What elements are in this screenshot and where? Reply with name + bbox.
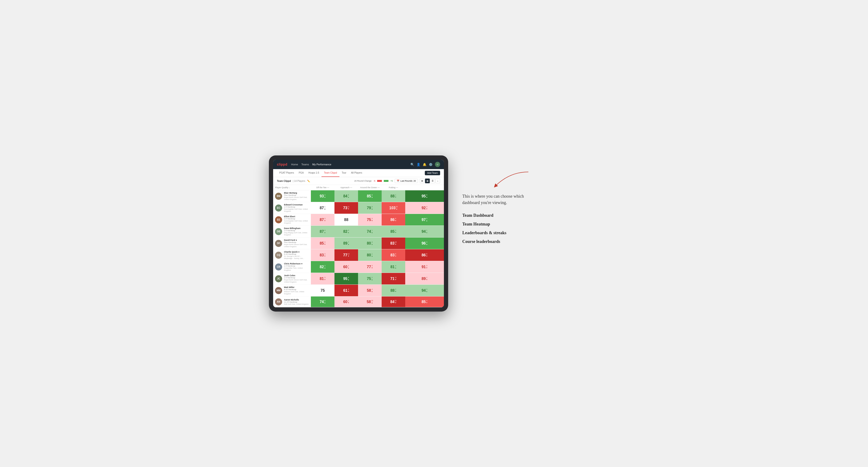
putting-value: 94: [422, 289, 426, 292]
off-tee-change: 8▲: [348, 277, 349, 281]
off-tee-cell-3: 824▲: [335, 226, 358, 238]
around-green-value: 83: [390, 242, 395, 245]
off-tee-value: 88: [344, 218, 348, 222]
putting-value: 96: [422, 242, 426, 245]
player-avatar: BM: [275, 193, 282, 200]
putting-change: 2▼: [426, 277, 428, 281]
quality-cell-5: 833▼: [311, 249, 335, 261]
player-handicap: 6-10 Handicap: [284, 253, 309, 255]
putting-change: 3▲: [426, 241, 428, 245]
off-tee-cell-2: 88: [335, 214, 358, 226]
player-avatar: EC: [275, 205, 282, 212]
around-green-change: 15▲: [396, 206, 398, 210]
table-row[interactable]: DFDavid Ford ●Plus HandicapRoyal North D…: [273, 238, 444, 249]
table-row[interactable]: ANAaron Nicholls11-15 HandicapDrift Golf…: [273, 297, 444, 307]
table-row[interactable]: BMBlair McHargPlus HandicapRoyal North D…: [273, 190, 444, 202]
bell-icon[interactable]: 🔔: [423, 163, 427, 166]
putting-header[interactable]: Putting —: [382, 185, 405, 190]
table-row[interactable]: CRChris Robertson ●1-5 HandicapCraigmill…: [273, 261, 444, 273]
approach-change: 8▲: [371, 194, 373, 198]
nav-link-my-performance[interactable]: My Performance: [312, 163, 331, 166]
putting-change: 3▲: [426, 288, 428, 292]
off-tee-cell-0: 846▲: [335, 190, 358, 202]
approach-change: 3▼: [371, 265, 373, 269]
quality-cell-3: 874▲: [311, 226, 335, 238]
round-change-section: 20 Round Change -5 +5 📅 Last Rounds: 20 …: [354, 179, 440, 183]
quality-cell-1: 871▲: [311, 202, 335, 214]
download-button[interactable]: ↓: [435, 179, 440, 183]
around-green-cell-8: 882▼: [382, 285, 405, 297]
subnav-tour[interactable]: Tour: [339, 169, 349, 177]
subnav-pgat[interactable]: PGAT Players: [277, 169, 296, 177]
table-row[interactable]: MMMatt Miller6-10 HandicapWoburn Golf Cl…: [273, 285, 444, 297]
grid-view-button[interactable]: ⊞: [420, 179, 425, 183]
approach-header[interactable]: Approach —: [335, 185, 358, 190]
quality-change: 3▼: [324, 277, 326, 281]
off-tee-value: 60: [343, 265, 347, 269]
settings-icon[interactable]: ⚙️: [429, 163, 433, 166]
player-club: Woburn Golf Club, United Kingdom: [284, 290, 309, 295]
profile-icon[interactable]: 👤: [416, 163, 420, 166]
player-name: David Ford ●: [284, 239, 309, 241]
off-tee-change: 1▼: [348, 300, 349, 304]
player-handicap: 1-5 Handicap: [284, 265, 309, 267]
last-rounds-button[interactable]: 📅 Last Rounds: 20: [395, 179, 418, 183]
heatmap-view-button[interactable]: ▦: [425, 179, 430, 183]
player-info-cell-6: CRChris Robertson ●1-5 HandicapCraigmill…: [273, 261, 311, 273]
off-tee-header[interactable]: Off the Tee —: [311, 185, 335, 190]
approach-value: 74: [367, 230, 371, 234]
putting-value: 91: [422, 265, 426, 269]
off-tee-change: 7▲: [348, 241, 349, 245]
edit-icon[interactable]: ✏️: [307, 180, 310, 182]
subnav-all-players[interactable]: All Players: [349, 169, 365, 177]
off-tee-cell-8: 613▼: [335, 285, 358, 297]
around-green-value: 86: [390, 218, 395, 222]
player-info-cell-5: CQCharlie Quick ●6-10 HandicapSt. George…: [273, 249, 311, 261]
quality-change: 3▼: [324, 253, 326, 257]
off-tee-cell-6: 602▲: [335, 261, 358, 273]
quality-value: 93: [319, 194, 324, 198]
table-row[interactable]: DBDave Billingham1-5 HandicapGog Magog G…: [273, 226, 444, 238]
table-container: Player Quality ↓ Off the Tee — Approach …: [273, 185, 444, 307]
off-tee-change: 2▲: [348, 265, 349, 269]
subnav-pga[interactable]: PGA: [296, 169, 306, 177]
annotation-item-leaderboards: Leaderboards & streaks: [462, 230, 528, 236]
search-icon[interactable]: 🔍: [410, 163, 414, 166]
quality-value: 75: [320, 289, 325, 292]
approach-cell-7: 752▲: [358, 273, 382, 285]
player-club: Drift Golf Club, United Kingdom: [284, 303, 309, 305]
off-tee-cell-9: 601▼: [335, 297, 358, 307]
subnav-hcaps[interactable]: Hcaps 1-5: [306, 169, 322, 177]
player-handicap: 1-5 Handicap: [284, 229, 309, 231]
nav-link-teams[interactable]: Teams: [302, 163, 309, 166]
approach-value: 77: [367, 265, 371, 269]
list-view-button[interactable]: ☰: [430, 179, 435, 183]
around-green-header[interactable]: Around the Green —: [358, 185, 382, 190]
table-row[interactable]: CQCharlie Quick ●6-10 HandicapSt. George…: [273, 249, 444, 261]
player-avatar: AN: [275, 299, 282, 305]
annotation-item-team-dashboard: Team Dashboard: [462, 213, 528, 218]
around-green-cell-4: 8310▼: [382, 238, 405, 249]
putting-change: 8▼: [426, 253, 428, 257]
approach-cell-9: 5810▲: [358, 297, 382, 307]
user-avatar[interactable]: U: [435, 162, 440, 167]
quality-value: 74: [319, 300, 324, 304]
player-club: Royal North Devon Golf Club, United King…: [284, 196, 309, 200]
approach-cell-3: 741▲: [358, 226, 382, 238]
player-quality-header[interactable]: Player Quality ↓: [273, 185, 311, 190]
subnav-team-clippd[interactable]: Team Clippd: [321, 169, 339, 177]
nav-link-home[interactable]: Home: [291, 163, 298, 166]
player-name: Blair McHarg: [284, 192, 309, 194]
putting-cell-4: 963▲: [405, 238, 444, 249]
table-row[interactable]: JCJosh Coles1-5 HandicapRoyal North Devo…: [273, 273, 444, 285]
player-handicap: 6-10 Handicap: [284, 288, 309, 290]
player-name: Josh Coles: [284, 274, 309, 277]
off-tee-value: 84: [343, 194, 347, 198]
green-bar: [384, 180, 389, 182]
add-team-button[interactable]: Add Team: [425, 171, 440, 175]
off-tee-cell-5: 7714▼: [335, 249, 358, 261]
table-row[interactable]: EEElliot Ebert1-5 HandicapSunningdale Go…: [273, 214, 444, 226]
approach-change: 1▲: [371, 253, 373, 257]
table-row[interactable]: ECEdward Crossman1-5 HandicapSunningdale…: [273, 202, 444, 214]
approach-change: 9▲: [371, 206, 373, 210]
